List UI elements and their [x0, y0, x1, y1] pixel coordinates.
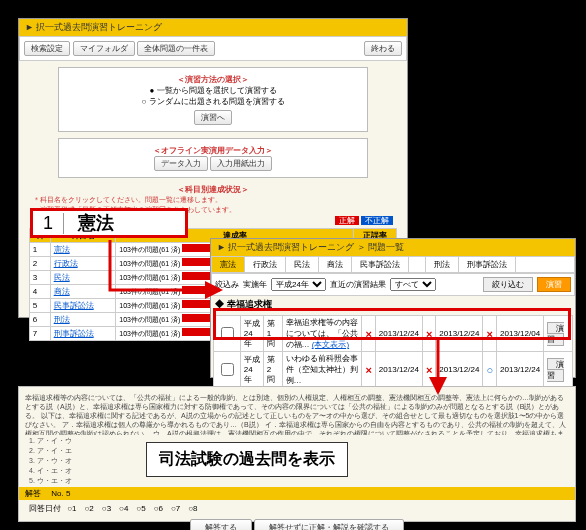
search-settings-button[interactable]: 検索設定	[24, 41, 70, 56]
tab-3[interactable]: 商法	[319, 257, 352, 272]
callout-2: 司法試験の過去問を表示	[146, 442, 348, 477]
form-output-button[interactable]: 入力用紙出力	[210, 156, 272, 171]
go-practice-button[interactable]: 演習へ	[194, 110, 232, 125]
choice-item: 5. ウ・エ・オ	[29, 476, 565, 486]
mode-option-1[interactable]: ● 一覧から問題を選択して演習する	[65, 85, 361, 96]
data-input-button[interactable]: データ入力	[154, 156, 208, 171]
tab-2[interactable]: 民法	[286, 257, 319, 272]
offline-heading: ＜オフライン実演用データ入力＞	[65, 145, 361, 156]
question-row: 平成24年第1問 幸福追求権等の内容については、「公共の福… (本文表示) ×2…	[213, 316, 572, 352]
answer-label: 解答	[25, 489, 41, 498]
row-check[interactable]	[221, 363, 234, 376]
answer-value: No. 5	[51, 489, 70, 498]
answer-radio-6[interactable]: ○6	[154, 504, 163, 513]
myfolder-button[interactable]: マイフォルダ	[73, 41, 135, 56]
filter-label: 絞込み	[215, 279, 239, 290]
tab-0[interactable]: 憲法	[212, 257, 245, 272]
radio-row: 回答日付 ○1○2○3○4○5○6○7○8	[19, 500, 575, 517]
filter-button[interactable]: 絞り込む	[483, 277, 533, 292]
tab-4[interactable]: 民事訴訟法	[352, 257, 409, 272]
practice-mode-heading: ＜演習方法の選択＞	[65, 74, 361, 85]
answer-radio-1[interactable]: ○1	[67, 504, 76, 513]
tab-6[interactable]: 刑法	[426, 257, 459, 272]
all-problems-button[interactable]: 全体問題の一件表	[137, 41, 215, 56]
practice-button[interactable]: 演習	[537, 277, 571, 292]
status-heading: ＜科目別達成状況＞	[19, 184, 407, 195]
answer-radio-8[interactable]: ○8	[188, 504, 197, 513]
question-table: 平成24年第1問 幸福追求権等の内容については、「公共の福… (本文表示) ×2…	[213, 315, 573, 388]
question-row: 平成24年第2問 いわゆる前科照会事件（空知太神社）判例… ×2013/12/2…	[213, 352, 572, 388]
answer-radio-7[interactable]: ○7	[171, 504, 180, 513]
answer-radio-3[interactable]: ○3	[102, 504, 111, 513]
row-practice-button[interactable]: 演習	[547, 358, 564, 382]
result-select[interactable]: すべて	[390, 278, 436, 291]
win2-title: ► 択一式過去問演習トレーニング ＞ 問題一覧	[211, 239, 575, 256]
mode-option-2[interactable]: ○ ランダムに出題される問題を演習する	[65, 96, 361, 107]
exit-button[interactable]: 終わる	[364, 41, 402, 56]
date-label: 回答日付	[29, 504, 61, 513]
show-solution-button[interactable]: 解答せずに正解・解説を確認する	[254, 519, 404, 530]
filter-row: 絞込み 実施年 平成24年 直近の演習結果 すべて 絞り込む 演習	[211, 273, 575, 296]
result-label: 直近の演習結果	[330, 279, 386, 290]
subject-tabs: 憲法行政法民法商法民事訴訟法刑法刑事訴訟法	[211, 256, 575, 273]
legend-correct: 正解	[335, 216, 359, 225]
tab-5[interactable]	[409, 257, 426, 272]
submit-answer-button[interactable]: 解答する	[190, 519, 252, 530]
win1-title: ► 択一式過去問演習トレーニング	[19, 19, 407, 36]
answer-radio-2[interactable]: ○2	[85, 504, 94, 513]
question-list-window: ► 択一式過去問演習トレーニング ＞ 問題一覧 憲法行政法民法商法民事訴訟法刑法…	[210, 238, 576, 378]
question-text: 幸福追求権等の内容については、「公共の福祉」による一般的制約、とは別途、個別の人…	[19, 387, 575, 435]
answer-radio-4[interactable]: ○4	[119, 504, 128, 513]
practice-mode-box: ＜演習方法の選択＞ ● 一覧から問題を選択して演習する ○ ランダムに出題される…	[58, 67, 368, 132]
topic-heading: ◆ 幸福追求権	[211, 296, 575, 313]
tab-7[interactable]: 刑事訴訟法	[459, 257, 516, 272]
answer-radio-5[interactable]: ○5	[136, 504, 145, 513]
row-practice-button[interactable]: 演習	[547, 322, 564, 346]
callout-1-box: 1 憲法	[30, 208, 188, 238]
row-check[interactable]	[221, 327, 234, 340]
callout-1-num: 1	[33, 213, 64, 234]
callout-1-text: 憲法	[64, 211, 128, 235]
offline-data-box: ＜オフライン実演用データ入力＞ データ入力 入力用紙出力	[58, 138, 368, 178]
win1-toolbar: 検索設定 マイフォルダ 全体問題の一件表 終わる	[19, 36, 407, 61]
year-label: 実施年	[243, 279, 267, 290]
year-select[interactable]: 平成24年	[271, 278, 326, 291]
legend-wrong: 不正解	[361, 216, 393, 225]
tab-1[interactable]: 行政法	[245, 257, 286, 272]
